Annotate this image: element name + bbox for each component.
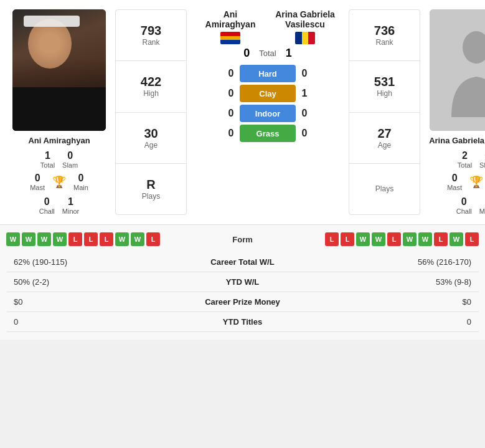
- left-age-label: Age: [144, 141, 158, 150]
- left-form-badge-0: W: [6, 232, 20, 246]
- left-minor-label: Minor: [62, 207, 80, 215]
- right-form-badge-9: L: [465, 232, 479, 246]
- surface-left-score-2: 0: [226, 108, 236, 119]
- surface-left-score-3: 0: [226, 128, 236, 139]
- stats-table-row-1: 50% (2-2) YTD W/L 53% (9-8): [6, 272, 479, 292]
- left-mast-stat: 0 Mast: [30, 173, 45, 191]
- surface-right-score-3: 0: [299, 128, 309, 139]
- left-form-badge-1: W: [22, 232, 35, 246]
- surface-btn-clay[interactable]: Clay: [240, 85, 296, 102]
- left-high-box: 422 High: [116, 61, 186, 112]
- right-total-value: 2: [462, 150, 468, 161]
- right-mast-label: Mast: [447, 184, 462, 191]
- left-mast-value: 0: [35, 173, 40, 184]
- right-form-badge-8: W: [450, 232, 463, 246]
- left-form-badge-4: L: [68, 232, 82, 246]
- left-player-photo: [12, 9, 106, 131]
- total-label: Total: [259, 49, 276, 58]
- right-high-value: 531: [374, 75, 395, 89]
- right-mast-value: 0: [452, 173, 458, 184]
- left-player-card: Ani Amiraghyan 1 Total 0 Slam 0 Mast 🏆: [6, 9, 112, 215]
- left-rank-label: Rank: [142, 38, 159, 47]
- right-player-name: Arina Gabriela Vasilescu: [429, 136, 485, 145]
- stats-table: 62% (190-115) Career Total W/L 56% (216-…: [6, 252, 479, 332]
- right-player-photo: [430, 9, 485, 131]
- right-form-badge-4: L: [387, 232, 401, 246]
- left-plays-box: R Plays: [116, 164, 186, 214]
- left-stats-row1: 1 Total 0 Slam: [6, 150, 112, 169]
- right-chall-value: 0: [461, 196, 467, 207]
- left-main-label: Main: [73, 184, 88, 191]
- stats-left-3: 0: [6, 312, 172, 332]
- right-chall-stat: 0 Chall: [456, 196, 472, 215]
- left-age-value: 30: [144, 126, 158, 141]
- svg-point-0: [463, 31, 485, 64]
- left-rank-box: 793 Rank: [116, 10, 186, 61]
- center-section: AniAmiraghyan Arina GabrielaVasilescu 0 …: [190, 9, 346, 215]
- left-stats-panel: 793 Rank 422 High 30 Age R Plays: [115, 9, 187, 215]
- left-plays-value: R: [146, 178, 155, 192]
- surface-right-score-1: 1: [299, 88, 309, 99]
- surface-row-grass: 0 Grass 0: [190, 125, 346, 142]
- total-scores-row: 0 Total 1: [243, 47, 292, 60]
- left-total-stat: 1 Total: [40, 150, 55, 169]
- surface-row-indoor: 0 Indoor 0: [190, 105, 346, 122]
- silhouette-svg: [445, 24, 485, 117]
- right-stats-row3: 0 Chall 2 Minor: [423, 196, 485, 215]
- right-form-badge-7: L: [434, 232, 448, 246]
- right-high-label: High: [377, 89, 392, 98]
- top-section: Ani Amiraghyan 1 Total 0 Slam 0 Mast 🏆: [0, 0, 485, 224]
- stats-table-row-3: 0 YTD Titles 0: [6, 312, 479, 332]
- stats-left-1: 50% (2-2): [6, 272, 172, 292]
- right-stats-panel: 736 Rank 531 High 27 Age Plays: [349, 9, 420, 215]
- right-slam-stat: 0 Slam: [479, 150, 485, 169]
- left-slam-label: Slam: [62, 161, 78, 169]
- stats-right-3: 0: [313, 312, 479, 332]
- left-name-flag: AniAmiraghyan: [193, 9, 268, 44]
- right-form-badge-2: W: [356, 232, 370, 246]
- right-total-label: Total: [458, 161, 472, 169]
- right-high-box: 531 High: [349, 61, 420, 112]
- right-form-badges: LLWWLWWLWL: [280, 232, 479, 246]
- surface-right-score-0: 0: [299, 68, 309, 79]
- left-chall-stat: 0 Chall: [39, 196, 55, 215]
- stats-right-1: 53% (9-8): [313, 272, 479, 292]
- left-chall-value: 0: [44, 196, 50, 207]
- stats-label-3: YTD Titles: [172, 312, 314, 332]
- total-right-score: 1: [286, 47, 292, 60]
- surface-btn-hard[interactable]: Hard: [240, 65, 296, 82]
- left-stats-row2: 0 Mast 🏆 0 Main: [6, 173, 112, 191]
- surface-row-clay: 0 Clay 1: [190, 85, 346, 102]
- names-flags-row: AniAmiraghyan Arina GabrielaVasilescu: [190, 9, 346, 44]
- total-left-score: 0: [243, 47, 250, 60]
- surface-rows: 0 Hard 0 0 Clay 1 0 Indoor 0 0 Grass 0: [190, 65, 346, 142]
- left-form-badges: WWWWLLLWWL: [6, 232, 205, 246]
- left-center-name: AniAmiraghyan: [205, 9, 256, 29]
- right-form-badge-1: L: [341, 232, 354, 246]
- right-plays-box: Plays: [349, 164, 420, 214]
- left-flag: [220, 32, 240, 44]
- right-age-label: Age: [378, 141, 391, 150]
- right-flag: [295, 32, 315, 44]
- left-form-badge-5: L: [84, 232, 98, 246]
- surface-btn-grass[interactable]: Grass: [240, 125, 296, 142]
- surface-left-score-0: 0: [226, 68, 236, 79]
- left-stats-row3: 0 Chall 1 Minor: [6, 196, 112, 215]
- main-container: Ani Amiraghyan 1 Total 0 Slam 0 Mast 🏆: [0, 0, 485, 340]
- left-high-value: 422: [141, 75, 161, 89]
- right-stats-row2: 0 Mast 🏆 0 Main: [423, 173, 485, 191]
- right-form-badge-6: W: [418, 232, 432, 246]
- left-main-value: 0: [78, 173, 83, 184]
- left-form-badge-9: L: [146, 232, 160, 246]
- right-name-flag: Arina GabrielaVasilescu: [268, 9, 342, 44]
- left-rank-value: 793: [141, 24, 161, 38]
- right-form-badge-0: L: [325, 232, 339, 246]
- right-center-name: Arina GabrielaVasilescu: [275, 9, 335, 29]
- surface-btn-indoor[interactable]: Indoor: [240, 105, 296, 122]
- form-row: WWWWLLLWWL Form LLWWLWWLWL: [6, 232, 479, 246]
- stats-right-0: 56% (216-170): [313, 252, 479, 272]
- right-age-box: 27 Age: [349, 113, 420, 164]
- right-slam-label: Slam: [479, 161, 485, 169]
- surface-row-hard: 0 Hard 0: [190, 65, 346, 82]
- right-rank-label: Rank: [375, 38, 393, 47]
